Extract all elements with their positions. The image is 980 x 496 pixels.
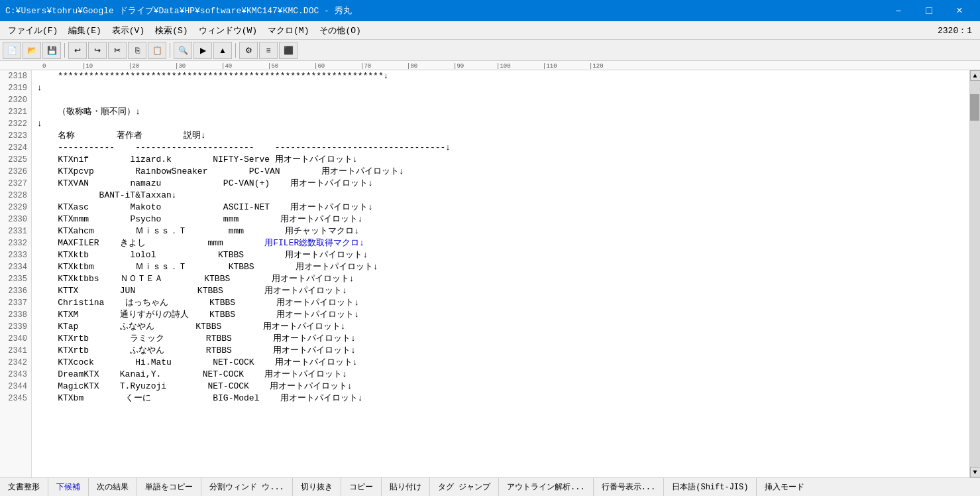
scroll-up-button[interactable]: ▲ xyxy=(970,70,981,81)
line-num-2339: 2339 xyxy=(0,321,31,333)
line-num-2338: 2338 xyxy=(0,309,31,321)
scroll-down-button[interactable]: ▼ xyxy=(970,467,981,477)
line-num-2345: 2345 xyxy=(0,393,31,404)
tb-search[interactable]: 🔍 xyxy=(174,42,192,59)
editor-line-2329[interactable]: KTXasc Makoto ASCII-NET 用オートパイロット↓ xyxy=(32,202,969,214)
minimize-button[interactable]: － xyxy=(883,0,914,21)
toolbar-sep-1 xyxy=(64,43,65,58)
menu-edit[interactable]: 編集(E) xyxy=(63,22,106,39)
status-copy[interactable]: コピー xyxy=(341,478,382,496)
editor-content[interactable]: ****************************************… xyxy=(32,70,969,477)
line-num-2326: 2326 xyxy=(0,166,31,178)
window-controls: － □ × xyxy=(883,0,975,21)
editor-line-2322[interactable]: ↓ xyxy=(32,118,969,130)
line-num-2322: 2322 xyxy=(0,118,31,130)
menu-other[interactable]: その他(O) xyxy=(314,22,366,39)
editor-line-2335[interactable]: KTXktbbs ＮＯＴＥＡ KTBBS 用オートパイロット↓ xyxy=(32,273,969,285)
editor-line-2339[interactable]: KTap ふなやん KTBBS 用オートパイロット↓ xyxy=(32,321,969,333)
close-button[interactable]: × xyxy=(944,0,975,21)
editor-line-2337[interactable]: Christina はっちゃん KTBBS 用オートパイロット↓ xyxy=(32,297,969,309)
editor-line-2338[interactable]: KTXM 通りすがりの詩人 KTBBS 用オートパイロット↓ xyxy=(32,309,969,321)
ruler: 0 |10 |20 |30 |40 |50 |60 |70 |80 |90 |1… xyxy=(0,61,980,70)
line-num-2329: 2329 xyxy=(0,202,31,214)
menu-file[interactable]: ファイル(F) xyxy=(3,22,63,39)
tb-paste[interactable]: 📋 xyxy=(148,42,166,59)
tb-undo[interactable]: ↩ xyxy=(68,42,87,59)
line-num-2328: 2328 xyxy=(0,190,31,202)
scroll-thumb[interactable] xyxy=(970,94,979,121)
line-num-2321: 2321 xyxy=(0,106,31,118)
tb-save[interactable]: 💾 xyxy=(42,42,61,59)
ruler-mark-30: |30 xyxy=(175,63,186,70)
tb-new[interactable]: 📄 xyxy=(3,42,21,59)
ruler-mark-40: |40 xyxy=(221,63,232,70)
ruler-mark-90: |90 xyxy=(453,63,464,70)
ruler-mark-110: |110 xyxy=(543,63,557,70)
scroll-track[interactable] xyxy=(970,81,980,467)
editor-line-2321[interactable]: （敬称略・順不同）↓ xyxy=(32,106,969,118)
ruler-mark-0: 0 xyxy=(42,63,46,70)
menu-search[interactable]: 検索(S) xyxy=(150,22,193,39)
tb-copy[interactable]: ⎘ xyxy=(128,42,146,59)
editor-line-2336[interactable]: KTTX JUN KTBBS 用オートパイロット↓ xyxy=(32,285,969,297)
status-candidate[interactable]: 下候補 xyxy=(48,478,89,496)
line-num-2335: 2335 xyxy=(0,273,31,285)
status-copy-word[interactable]: 単語をコピー xyxy=(137,478,201,496)
menu-macro[interactable]: マクロ(M) xyxy=(262,22,314,39)
editor-line-2340[interactable]: KTXrtb ラミック RTBBS 用オートパイロット↓ xyxy=(32,333,969,345)
line-num-2318: 2318 xyxy=(0,70,31,82)
editor-line-2344[interactable]: MagicKTX T.Ryuzoji NET-COCK 用オートパイロット↓ xyxy=(32,381,969,393)
editor-line-2324[interactable]: ----------- ----------------------- ----… xyxy=(32,142,969,154)
vertical-scrollbar[interactable]: ▲ ▼ xyxy=(969,70,980,477)
menu-view[interactable]: 表示(V) xyxy=(107,22,150,39)
line-num-2341: 2341 xyxy=(0,345,31,357)
menu-items: ファイル(F) 編集(E) 表示(V) 検索(S) ウィンドウ(W) マクロ(M… xyxy=(3,22,366,39)
ruler-content: 0 |10 |20 |30 |40 |50 |60 |70 |80 |90 |1… xyxy=(42,61,980,70)
tb-extra1[interactable]: ⚙ xyxy=(239,42,258,59)
status-encoding[interactable]: 日本語(Shift-JIS) xyxy=(664,478,757,496)
tb-open[interactable]: 📂 xyxy=(23,42,41,59)
menu-window[interactable]: ウィンドウ(W) xyxy=(193,22,262,39)
editor-line-2323[interactable]: 名称 著作者 説明↓ xyxy=(32,130,969,142)
editor-line-2326[interactable]: KTXpcvp RainbowSneaker PC-VAN 用オートパイロット↓ xyxy=(32,166,969,178)
editor-line-2343[interactable]: DreamKTX Kanai,Y. NET-COCK 用オートパイロット↓ xyxy=(32,369,969,381)
editor-line-2330[interactable]: KTXmmm Psycho mmm 用オートパイロット↓ xyxy=(32,214,969,225)
tb-redo[interactable]: ↪ xyxy=(88,42,107,59)
tb-extra3[interactable]: ⬛ xyxy=(279,42,298,59)
tb-cut[interactable]: ✂ xyxy=(108,42,127,59)
editor-line-2325[interactable]: KTXnif lizard.k NIFTY-Serve 用オートパイロット↓ xyxy=(32,154,969,166)
line-num-2333: 2333 xyxy=(0,249,31,261)
editor-line-2318[interactable]: ****************************************… xyxy=(32,70,969,82)
line-num-2342: 2342 xyxy=(0,357,31,369)
status-outline[interactable]: アウトライン解析... xyxy=(499,478,594,496)
editor-line-2319[interactable]: ↓ xyxy=(32,82,969,94)
editor-line-2320[interactable] xyxy=(32,94,969,106)
line-num-2344: 2344 xyxy=(0,381,31,393)
editor-line-2342[interactable]: KTXcock Hi.Matu NET-COCK 用オートパイロット↓ xyxy=(32,357,969,369)
editor-line-2327[interactable]: KTXVAN namazu PC-VAN(+) 用オートパイロット↓ xyxy=(32,178,969,190)
status-tag-jump[interactable]: タグ ジャンプ xyxy=(430,478,499,496)
line-num-2320: 2320 xyxy=(0,94,31,106)
status-line-num[interactable]: 行番号表示... xyxy=(594,478,665,496)
maximize-button[interactable]: □ xyxy=(914,0,944,21)
status-split-window[interactable]: 分割ウィンド ウ... xyxy=(201,478,293,496)
status-paste[interactable]: 貼り付け xyxy=(382,478,430,496)
status-format[interactable]: 文書整形 xyxy=(0,478,48,496)
titlebar: C:¥Users¥tohru¥Google ドライブ¥Data¥HP¥softw… xyxy=(0,0,980,21)
tb-extra2[interactable]: ≡ xyxy=(259,42,278,59)
ruler-mark-120: |120 xyxy=(589,63,604,70)
editor-line-2331[interactable]: KTXahcm Ｍｉｓｓ．Ｔ mmm 用チャットマクロ↓ xyxy=(32,225,969,237)
status-cut[interactable]: 切り抜き xyxy=(293,478,341,496)
tb-search-next[interactable]: ▶ xyxy=(193,42,212,59)
editor-line-2341[interactable]: KTXrtb ふなやん RTBBS 用オートパイロット↓ xyxy=(32,345,969,357)
status-next-result[interactable]: 次の結果 xyxy=(89,478,137,496)
editor-line-2345[interactable]: KTXbm くーに BIG-Model 用オートパイロット↓ xyxy=(32,393,969,404)
toolbar-sep-3 xyxy=(235,43,236,58)
editor-line-2332[interactable]: MAXFILER きよし mmm 用FILER総数取得マクロ↓ xyxy=(32,237,969,249)
tb-search-up[interactable]: ▲ xyxy=(213,42,232,59)
status-insert-mode[interactable]: 挿入モード xyxy=(757,478,812,496)
editor-line-2334[interactable]: KTXktbm Ｍｉｓｓ．Ｔ KTBBS 用オートパイロット↓ xyxy=(32,261,969,273)
editor-line-2333[interactable]: KTXktb lolol KTBBS 用オートパイロット↓ xyxy=(32,249,969,261)
titlebar-title: C:¥Users¥tohru¥Google ドライブ¥Data¥HP¥softw… xyxy=(5,5,352,17)
editor-line-2328[interactable]: BANT-iT&Taxxan↓ xyxy=(32,190,969,202)
